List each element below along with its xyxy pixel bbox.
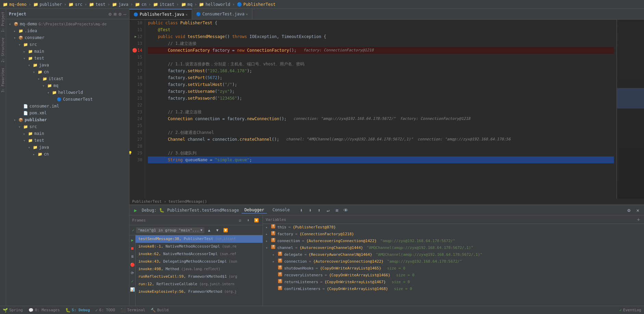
frame-item-4[interactable]: invoke:498, Method (java.lang.reflect) (136, 265, 263, 273)
breadcrumb-folder-icon-3: 📁 (68, 2, 74, 7)
breadcrumb-item-8[interactable]: mq (188, 2, 192, 7)
tab-consumertest[interactable]: 🔵 ConsumerTest.java ✕ (192, 9, 252, 19)
debug-left-action-4[interactable]: 🔴 (129, 261, 136, 268)
breadcrumb-item-1[interactable]: mq-demo (9, 2, 27, 7)
breadcrumb-item-3[interactable]: src (75, 2, 83, 7)
tree-item-publisher-cn[interactable]: ▸ 📁 cn (6, 151, 129, 158)
step-over-btn[interactable]: ⬇ (298, 207, 305, 214)
status-debug[interactable]: 🐛 5: Debug (65, 308, 90, 313)
ln-25: 25 (132, 122, 142, 129)
debug-tab-console[interactable]: Console (270, 207, 293, 214)
tree-item-publisher-test[interactable]: ▾ 📁 test (6, 137, 129, 144)
var-item-connection[interactable]: ▸ f connection = {AutorecoveringConnecti… (263, 238, 644, 244)
tree-item-consumer-test[interactable]: ▾ 📁 test (6, 55, 129, 62)
var-item-recoverylisteners[interactable]: ▸ f recoveryListeners = {CopyOnWriteArra… (263, 272, 644, 279)
tree-item-publisher-main[interactable]: ▸ 📁 main (6, 130, 129, 137)
tree-item-consumer-cn[interactable]: ▾ 📁 cn (6, 68, 129, 75)
project-layout-icon[interactable]: ⊞ (114, 11, 116, 17)
tab-close-publisher[interactable]: ✕ (186, 13, 188, 16)
frame-item-6[interactable]: run:12, ReflectiveCallable (org.junit.in… (136, 280, 263, 288)
breadcrumb-item-6[interactable]: cn (141, 2, 146, 7)
code-line-21: factory.setPassword("123456"); (148, 95, 614, 102)
side-label-project[interactable]: 1: Project (0, 9, 5, 35)
frames-action-btn-2[interactable]: ⬇ (245, 217, 252, 224)
debug-left-action-1[interactable]: ▶ (129, 237, 136, 243)
run-to-cursor-btn[interactable]: ↵ (325, 207, 331, 214)
tree-item-consumer-helloworld[interactable]: ▾ 📁 helloworld (6, 89, 129, 96)
step-into-btn[interactable]: ⬇ (307, 207, 314, 214)
project-minimize-icon[interactable]: — (124, 11, 126, 17)
frame-item-2[interactable]: invoke:62, NativeMethodAccessorImpl (sun… (136, 250, 263, 258)
var-item-returnlisteners[interactable]: ▸ f returnListeners = {CopyOnWriteArrayL… (263, 279, 644, 286)
breadcrumb-item-7[interactable]: itcast (160, 2, 174, 7)
side-label-favorites[interactable]: 3: Favorites (0, 65, 5, 95)
frame-item-7[interactable]: invokeExplosively:56, FrameworkMethod (o… (136, 288, 263, 296)
breadcrumb-item-9[interactable]: helloworld (205, 2, 230, 7)
tree-item-consumer-mq[interactable]: ▾ 📁 mq (6, 82, 129, 89)
thread-down-btn[interactable]: ▼ (214, 227, 221, 234)
code-area[interactable]: public class PublisherTest { @Test publi… (145, 20, 617, 199)
status-debug-label: 5: Debug (72, 308, 90, 312)
project-settings-icon[interactable]: ⚙ (109, 11, 111, 17)
frame-item-5[interactable]: runReflectiveCall:59, FrameworkMethod$1 … (136, 273, 263, 280)
frames-filter-btn[interactable]: 🔽 (253, 217, 260, 224)
tree-item-consumer-java[interactable]: ▾ 📁 java (6, 62, 129, 68)
var-item-delegate[interactable]: ▸ f delegate = {RecoveryAwareChannelN@14… (263, 251, 644, 258)
project-gear-icon[interactable]: ⚙ (118, 11, 121, 17)
tree-item-idea[interactable]: ▸ 📁 .idea (6, 27, 129, 34)
tree-item-consumertest[interactable]: ▸ 🔵 ConsumerTest (6, 96, 129, 103)
side-label-structure[interactable]: 2: Structure (0, 35, 5, 65)
status-todo[interactable]: ✓ 6: TODO (96, 308, 115, 313)
debug-left-action-6[interactable]: ✓ (129, 278, 136, 285)
frames-action-btn-1[interactable]: ☑ (237, 217, 243, 224)
tree-item-consumer-main[interactable]: ▸ 📁 main (6, 48, 129, 55)
status-build[interactable]: 🔨 Build (151, 308, 168, 313)
debug-left-action-7[interactable]: 📊 (129, 286, 136, 293)
variables-add-btn[interactable]: + (636, 217, 641, 222)
settings-btn[interactable]: ⚙ (626, 207, 632, 214)
breadcrumb-item-5[interactable]: java (118, 2, 128, 7)
minimap[interactable] (617, 20, 644, 199)
status-bar: 🌱 Spring 💬 0: Messages 🐛 5: Debug ✓ 6: T… (0, 306, 644, 314)
var-item-connection-inner[interactable]: ▸ f connection = {AutorecoveringConnecti… (263, 258, 644, 265)
tree-item-consumer-iml[interactable]: ▸ 📄 consumer.iml (6, 103, 129, 110)
tree-item-pom[interactable]: ▸ 📄 pom.xml (6, 110, 129, 116)
tree-item-publisher[interactable]: ▾ 📦 publisher (6, 116, 129, 123)
tree-item-consumer-src[interactable]: ▾ 📁 src (6, 41, 129, 48)
resume-btn[interactable]: ▶ (132, 207, 139, 214)
status-spring[interactable]: 🌱 Spring (3, 308, 23, 313)
thread-up-btn[interactable]: ▲ (206, 227, 213, 234)
breadcrumb-item-2[interactable]: publisher (40, 2, 62, 7)
tree-item-consumer[interactable]: ▾ 📦 consumer (6, 34, 129, 41)
var-item-this[interactable]: ▸ f this = {PublisherTest@870} (263, 224, 644, 231)
step-out-btn[interactable]: ⬆ (316, 207, 323, 214)
tree-item-root[interactable]: ▾ 📦 mq-demo G:\Projects\IdeaProjects\mq-… (6, 21, 129, 27)
debug-left-action-3[interactable]: ⏸ (129, 253, 136, 260)
status-terminal[interactable]: ⬛ Terminal (121, 308, 145, 313)
breadcrumb-item-10[interactable]: PublisherTest (243, 2, 276, 7)
thread-filter-btn[interactable]: 🔽 (222, 227, 229, 234)
var-item-shutdownhooks[interactable]: ▸ f shutdownHooks = {CopyOnWriteArrayLis… (263, 265, 644, 272)
tree-item-publisher-java[interactable]: ▾ 📁 java (6, 144, 129, 151)
var-item-confirmlisteners[interactable]: ▸ f confirmListeners = {CopyOnWriteArray… (263, 286, 644, 292)
debug-left-action-5[interactable]: ⟳ (129, 269, 136, 276)
breadcrumb-item-4[interactable]: test (96, 2, 105, 7)
debug-left-action-2[interactable]: ⏹ (129, 245, 136, 252)
frame-item-0[interactable]: testSendMessage:30, PublisherTest (cn.it… (136, 235, 263, 243)
tree-item-publisher-src[interactable]: ▾ 📁 src (6, 123, 129, 130)
thread-selector[interactable]: "main"@1 in group "main"... ▼ (136, 227, 204, 233)
status-messages[interactable]: 💬 0: Messages (28, 308, 60, 313)
close-debug-btn[interactable]: ✕ (634, 207, 641, 214)
status-eventlog[interactable]: ✓ EventLog (619, 308, 641, 313)
tab-close-consumer[interactable]: ✕ (246, 12, 248, 16)
breadcrumb-item-file[interactable]: 🔵 (237, 2, 242, 7)
debug-tab-debugger[interactable]: Debugger (242, 207, 267, 214)
frame-item-3[interactable]: invoke:43, DelegatingMethodAccessorImpl … (136, 258, 263, 265)
var-item-channel[interactable]: ▾ f channel = {AutorecoveringChannel@144… (263, 244, 644, 251)
watch-btn[interactable]: 👁 (342, 207, 349, 214)
tree-item-consumer-itcast[interactable]: ▾ 📁 itcast (6, 75, 129, 82)
evaluate-btn[interactable]: ≡ (333, 207, 340, 214)
tab-publishertest[interactable]: 🔵 PublisherTest.java ✕ (129, 9, 192, 19)
var-item-factory[interactable]: ▸ f factory = {ConnectionFactory@1218} (263, 231, 644, 238)
frame-item-1[interactable]: invoke0:-1, NativeMethodAccessorImpl (su… (136, 243, 263, 250)
